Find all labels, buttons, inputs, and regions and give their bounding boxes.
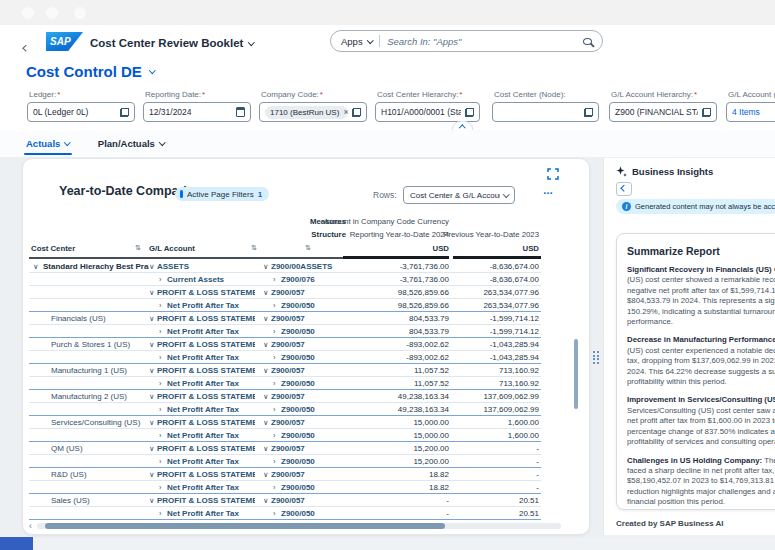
horizontal-scrollbar[interactable]	[37, 523, 561, 529]
gl-account-cell[interactable]: Net Profit After Tax	[167, 377, 265, 390]
filter-input[interactable]: 0L (Ledger 0L)	[27, 102, 135, 122]
gl-account-cell[interactable]: PROFIT & LOSS STATEMENT	[157, 338, 255, 351]
gl-account-cell[interactable]: Net Profit After Tax	[167, 351, 265, 364]
gl-account-cell[interactable]: Net Profit After Tax	[167, 403, 265, 416]
tree-collapse-icon[interactable]: ∨	[263, 312, 269, 325]
tree-collapse-icon[interactable]: ∨	[149, 260, 155, 273]
measure-cell[interactable]: Z900/057	[271, 416, 343, 429]
expand-icon[interactable]	[547, 168, 559, 180]
tree-collapse-icon[interactable]: ∨	[149, 416, 155, 429]
tree-collapse-icon[interactable]: ∨	[263, 286, 269, 299]
col-header-cost-center[interactable]: Cost Center	[31, 244, 75, 253]
rows-dimension-select[interactable]: Cost Center & G/L Account	[403, 186, 515, 204]
tree-collapse-icon[interactable]: ∨	[149, 338, 155, 351]
tree-collapse-icon[interactable]: ∨	[263, 442, 269, 455]
measure-cell[interactable]: Z900/057	[271, 390, 343, 403]
tree-expand-icon[interactable]: ›	[159, 351, 162, 364]
tree-expand-icon[interactable]: ›	[159, 325, 162, 338]
filter-input[interactable]	[492, 102, 599, 122]
collapse-panel-button[interactable]	[616, 182, 632, 196]
tree-collapse-icon[interactable]: ∨	[263, 338, 269, 351]
tree-expand-icon[interactable]: ›	[273, 403, 276, 416]
measure-cell[interactable]: Z900/00ASSETS	[271, 260, 343, 273]
filter-input[interactable]: 12/31/2024	[143, 102, 251, 122]
tree-collapse-icon[interactable]: ∨	[263, 260, 269, 273]
value-help-icon[interactable]	[584, 108, 593, 117]
vertical-scrollbar-thumb[interactable]	[574, 339, 578, 409]
tree-collapse-icon[interactable]: ∨	[149, 442, 155, 455]
tree-expand-icon[interactable]: ›	[273, 377, 276, 390]
gl-account-cell[interactable]: PROFIT & LOSS STATEMENT	[157, 468, 255, 481]
tree-collapse-icon[interactable]: ∨	[149, 286, 155, 299]
gl-account-cell[interactable]: Net Profit After Tax	[167, 299, 265, 312]
gl-account-cell[interactable]: PROFIT & LOSS STATEMENT	[157, 312, 255, 325]
tree-expand-icon[interactable]: ›	[273, 299, 276, 312]
tree-collapse-icon[interactable]: ∨	[263, 364, 269, 377]
tree-expand-icon[interactable]: ›	[273, 429, 276, 442]
measure-cell[interactable]: Z900/057	[271, 494, 343, 507]
gl-account-cell[interactable]: PROFIT & LOSS STATEMENT	[157, 390, 255, 403]
measure-cell[interactable]: Z900/057	[271, 338, 343, 351]
tree-collapse-icon[interactable]: ∨	[149, 390, 155, 403]
tree-collapse-icon[interactable]: ∨	[149, 494, 155, 507]
gl-account-cell[interactable]: PROFIT & LOSS STATEMENT	[157, 442, 255, 455]
sort-icon[interactable]: ⇅	[251, 244, 257, 252]
measure-cell[interactable]: Z900/057	[271, 286, 343, 299]
gl-account-cell[interactable]: ASSETS	[157, 260, 255, 273]
scroll-left-icon[interactable]: ‹	[29, 521, 32, 531]
gl-account-cell[interactable]: PROFIT & LOSS STATEMENT	[157, 494, 255, 507]
sort-icon[interactable]: ⇅	[135, 244, 141, 252]
tree-expand-icon[interactable]: ›	[273, 455, 276, 468]
calendar-icon[interactable]	[236, 107, 245, 117]
tree-expand-icon[interactable]: ›	[159, 273, 162, 286]
splitter-grip[interactable]	[593, 351, 601, 368]
gl-account-cell[interactable]: Net Profit After Tax	[167, 325, 265, 338]
col-header-gl-account[interactable]: G/L Account	[149, 244, 195, 253]
tab-actuals[interactable]: Actuals	[24, 130, 72, 157]
cost-center-cell[interactable]: Standard Hierachy Best Practi...	[43, 260, 149, 273]
tree-expand-icon[interactable]: ›	[159, 455, 162, 468]
filter-input[interactable]: Z900 (FINANCIAL STATEM...	[609, 102, 717, 122]
tree-expand-icon[interactable]: ›	[159, 429, 162, 442]
tree-collapse-icon[interactable]: ∨	[149, 364, 155, 377]
tree-collapse-icon[interactable]: ∨	[263, 416, 269, 429]
tree-expand-icon[interactable]: ›	[273, 273, 276, 286]
tree-expand-icon[interactable]: ›	[273, 351, 276, 364]
gl-account-cell[interactable]: PROFIT & LOSS STATEMENT	[157, 286, 255, 299]
tree-expand-icon[interactable]: ›	[159, 481, 162, 494]
measure-cell[interactable]: Z900/057	[271, 312, 343, 325]
value-help-icon[interactable]	[702, 108, 711, 117]
tree-expand-icon[interactable]: ›	[273, 481, 276, 494]
filter-input[interactable]: H101/A000/0001 (Standar...	[375, 102, 480, 122]
value-help-icon[interactable]	[465, 108, 474, 117]
gl-account-cell[interactable]: Net Profit After Tax	[167, 481, 265, 494]
tree-collapse-icon[interactable]: ∨	[263, 390, 269, 403]
tree-expand-icon[interactable]: ›	[159, 507, 162, 520]
gl-account-cell[interactable]: Net Profit After Tax	[167, 455, 265, 468]
value-help-icon[interactable]	[120, 108, 129, 117]
tree-expand-icon[interactable]: ›	[159, 299, 162, 312]
gl-account-cell[interactable]: PROFIT & LOSS STATEMENT	[157, 364, 255, 377]
horizontal-scrollbar-thumb[interactable]	[45, 523, 445, 529]
overflow-menu-button[interactable]: …	[543, 185, 554, 196]
tree-expand-icon[interactable]: ›	[273, 325, 276, 338]
active-page-filters-badge[interactable]: Active Page Filters 1	[175, 187, 269, 201]
tree-expand-icon[interactable]: ›	[159, 377, 162, 390]
gl-account-cell[interactable]: Net Profit After Tax	[167, 429, 265, 442]
filter-input[interactable]: 1710 (BestRun US)×	[259, 102, 367, 122]
tree-collapse-icon[interactable]: ∨	[149, 312, 155, 325]
tree-collapse-icon[interactable]: ∨	[33, 260, 39, 273]
gl-account-cell[interactable]: Current Assets	[167, 273, 265, 286]
measure-cell[interactable]: Z900/057	[271, 468, 343, 481]
measure-cell[interactable]: Z900/057	[271, 364, 343, 377]
token-remove-icon[interactable]: ×	[343, 107, 348, 117]
tree-collapse-icon[interactable]: ∨	[263, 494, 269, 507]
measure-cell[interactable]: Z900/057	[271, 442, 343, 455]
filter-input[interactable]: 4 Items	[726, 102, 775, 122]
tab-plan-actuals[interactable]: Plan/Actuals	[96, 130, 167, 157]
tree-collapse-icon[interactable]: ∨	[149, 468, 155, 481]
gl-account-cell[interactable]: PROFIT & LOSS STATEMENT	[157, 416, 255, 429]
value-help-icon[interactable]	[352, 108, 361, 117]
tree-expand-icon[interactable]: ›	[273, 507, 276, 520]
sort-icon[interactable]: ⇅	[305, 244, 311, 252]
